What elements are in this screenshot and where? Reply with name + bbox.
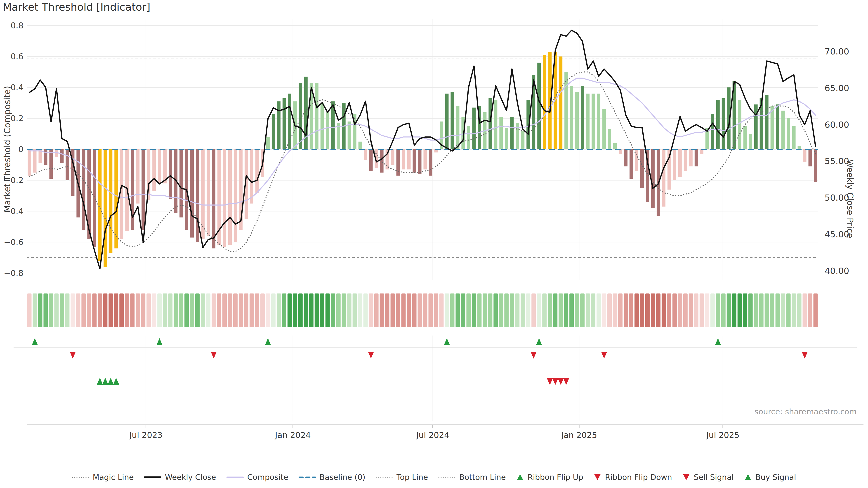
ribbon-cell [293,293,297,327]
threshold-bar [207,149,210,236]
ribbon-cell [792,293,796,327]
ribbon-flip-down-icon [594,473,601,481]
ribbon-cell [629,293,633,327]
ribbon-cell [326,293,330,327]
threshold-bar [380,149,383,173]
ribbon-cell [559,293,563,327]
threshold-bar [581,86,584,149]
threshold-bar [619,149,622,154]
ribbon-cell [49,293,53,327]
ribbon-cell [645,293,650,327]
ribbon-cell [456,293,460,327]
ribbon-cell [157,293,162,327]
ribbon-cell [358,293,362,327]
threshold-bar [521,131,524,149]
threshold-bar [570,86,573,149]
ribbon-cell [743,293,747,327]
ribbon-cell [222,293,227,327]
threshold-bar [472,107,475,149]
ribbon-cell [206,293,211,327]
ribbon-cell [596,293,601,327]
ribbon-cell [125,293,129,327]
threshold-bar [489,98,492,149]
bottom-line-swatch [438,473,456,481]
ribbon-cell [531,293,536,327]
ribbon-strip [27,293,817,327]
ribbon-cell [710,293,715,327]
ribbon-cell [38,293,42,327]
ribbon-cell [434,293,438,327]
ribbon-cell [656,293,660,327]
down-triangle-marker [211,352,217,359]
threshold-bar [543,55,546,149]
threshold-bar [451,92,454,149]
threshold-bar [559,57,562,149]
ribbon-cell [439,293,443,327]
ribbon-cell [201,293,205,327]
threshold-bar [510,117,514,149]
ribbon-cell [168,293,173,327]
ribbon-cell [548,293,552,327]
ribbon-cell [108,293,113,327]
ribbon-cell [369,293,373,327]
ribbon-cell [591,293,595,327]
ribbon-cell [54,293,59,327]
ribbon-cell [364,293,368,327]
legend-label: Ribbon Flip Up [528,473,583,482]
legend-item-ribbon-flip-up: Ribbon Flip Up [516,473,583,482]
ribbon-cell [190,293,194,327]
magic-line-swatch [72,473,89,481]
threshold-bar [743,126,747,149]
threshold-bar [792,126,796,149]
threshold-bar [348,122,351,149]
threshold-bar [277,101,281,149]
ribbon-cell [260,293,265,327]
threshold-bar [397,149,400,175]
ribbon-cell [43,293,48,327]
threshold-bar [283,98,286,149]
ribbon-cell [428,293,433,327]
ribbon-cell [407,293,411,327]
threshold-bar [201,149,205,239]
down-triangle-marker [531,352,537,359]
ribbon-cell [526,293,530,327]
ribbon-cell [423,293,427,327]
threshold-bar [93,149,96,247]
up-triangle-marker [265,338,271,345]
ribbon-cell [255,293,259,327]
ribbon-cell [81,293,86,327]
ribbon-cell [315,293,319,327]
down-triangle-marker [70,352,76,359]
ribbon-cell [391,293,395,327]
threshold-bar [429,149,432,175]
x-axis-ticks: Jul 2023Jan 2024Jul 2024Jan 2025Jul 2025 [129,425,739,440]
ribbon-cell [553,293,557,327]
threshold-bar [228,149,232,246]
ribbon-cell [33,293,37,327]
threshold-bar [602,109,606,149]
ribbon-cell [515,293,520,327]
ribbon-cell [445,293,449,327]
ribbon-cell [135,293,140,327]
ribbon-cell [374,293,379,327]
down-triangle-marker [802,352,808,359]
ribbon-cell [195,293,199,327]
sell-signal-icon [682,473,690,481]
legend-item-top-line: Top Line [376,473,428,482]
threshold-bar [158,149,161,184]
ribbon-cell [499,293,503,327]
ribbon-cell [797,293,802,327]
ribbon-cell [738,293,742,327]
ribbon-cell [103,293,107,327]
buy-signal-cluster [97,378,119,385]
ribbon-cell [87,293,91,327]
threshold-bar [608,129,611,149]
ribbon-cell [92,293,96,327]
ribbon-cell [781,293,785,327]
threshold-bar [662,149,665,206]
threshold-bar [467,126,470,149]
ribbon-cell [174,293,178,327]
page-root: Market Threshold [Indicator] 0.80.60.40.… [0,0,868,488]
ribbon-cell [27,293,31,327]
up-triangle-marker [32,338,38,345]
